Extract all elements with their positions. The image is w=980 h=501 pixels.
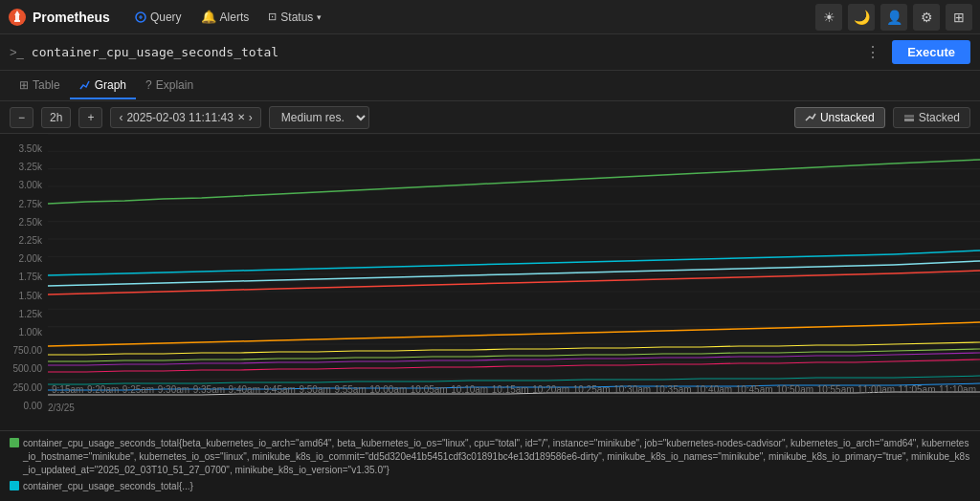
x-label-1020: 10:20am bbox=[532, 384, 569, 395]
x-label-945: 9:45am bbox=[264, 384, 296, 395]
panel-icon: ⊞ bbox=[953, 10, 965, 25]
legend-color-1 bbox=[10, 481, 19, 490]
y-label-3250: 3.25k bbox=[19, 162, 42, 172]
stack-controls: Unstacked Stacked bbox=[794, 107, 970, 128]
y-label-2750: 2.75k bbox=[19, 199, 42, 209]
dark-mode-icon-button[interactable]: 🌙 bbox=[848, 4, 875, 31]
logo: Prometheus bbox=[8, 8, 110, 27]
chart-container: 3.50k 3.25k 3.00k 2.75k 2.50k 2.25k 2.00… bbox=[0, 134, 980, 430]
y-label-3000: 3.00k bbox=[19, 180, 42, 190]
minus-button[interactable]: − bbox=[10, 107, 33, 128]
x-label-935: 9:35am bbox=[193, 384, 225, 395]
settings-icon-button[interactable]: ⚙ bbox=[913, 4, 940, 31]
x-label-1030: 10:30am bbox=[613, 384, 651, 395]
status-icon: ⊡ bbox=[268, 11, 277, 23]
prometheus-logo-icon bbox=[8, 8, 27, 27]
svg-rect-1 bbox=[15, 14, 19, 21]
series-lightblue bbox=[48, 261, 980, 286]
query-nav-icon bbox=[135, 11, 146, 23]
x-label-1055: 10:55am bbox=[817, 384, 855, 395]
query-bar: >_ ⋮ Execute bbox=[0, 34, 980, 71]
legend-item-1[interactable]: container_cpu_usage_seconds_total{...} bbox=[10, 480, 970, 493]
query-prompt: >_ bbox=[10, 45, 24, 59]
x-label-950: 9:50am bbox=[299, 384, 330, 395]
series-purple bbox=[48, 353, 980, 365]
x-label-1110: 11:10am bbox=[939, 384, 976, 395]
series-cyan bbox=[48, 250, 980, 275]
y-label-750: 750.00 bbox=[12, 345, 42, 356]
stacked-button[interactable]: Stacked bbox=[893, 107, 970, 128]
x-label-1105: 11:05am bbox=[899, 384, 936, 395]
legend: container_cpu_usage_seconds_total{beta_k… bbox=[0, 430, 980, 501]
header: Prometheus Query 🔔 Alerts ⊡ Status ▾ ☀ 🌙… bbox=[0, 0, 980, 34]
x-label-1025: 10:25am bbox=[573, 384, 611, 395]
close-time-icon[interactable]: ✕ bbox=[237, 112, 245, 122]
duration-button[interactable]: 2h bbox=[41, 107, 71, 128]
panel-icon-button[interactable]: ⊞ bbox=[946, 4, 972, 31]
x-label-915: 9:15am bbox=[52, 384, 83, 395]
graph-tab-icon bbox=[79, 79, 91, 91]
tab-explain[interactable]: ? Explain bbox=[136, 73, 203, 99]
x-label-940: 9:40am bbox=[229, 384, 260, 395]
user-icon-button[interactable]: 👤 bbox=[880, 4, 907, 31]
prev-time-icon[interactable]: ‹ bbox=[119, 111, 122, 124]
svg-rect-5 bbox=[904, 115, 914, 118]
app-title: Prometheus bbox=[33, 10, 110, 25]
explain-tab-icon: ? bbox=[145, 78, 152, 92]
x-axis-labels: 9:15am 9:20am 9:25am 9:30am 9:35am 9:40a… bbox=[48, 379, 980, 400]
x-label-1015: 10:15am bbox=[492, 384, 529, 395]
resolution-select[interactable]: Medium res. bbox=[269, 106, 369, 129]
header-right: ☀ 🌙 👤 ⚙ ⊞ bbox=[815, 4, 972, 31]
query-nav-button[interactable]: Query bbox=[125, 7, 191, 28]
legend-text-1: container_cpu_usage_seconds_total{...} bbox=[23, 480, 193, 493]
x-date-label: 2/3/25 bbox=[48, 403, 75, 413]
tab-table[interactable]: ⊞ Table bbox=[10, 73, 70, 99]
table-tab-icon: ⊞ bbox=[19, 78, 29, 92]
x-label-1000: 10:00am bbox=[369, 384, 407, 395]
y-label-2000: 2.00k bbox=[19, 253, 42, 264]
y-label-1000: 1.00k bbox=[19, 327, 42, 338]
series-orange bbox=[48, 322, 980, 346]
controls-bar: − 2h + ‹ 2025-02-03 11:11:43 ✕ › Medium … bbox=[0, 101, 980, 134]
moon-icon: 🌙 bbox=[854, 10, 870, 25]
y-label-500: 500.00 bbox=[12, 363, 42, 374]
plus-button[interactable]: + bbox=[78, 107, 102, 128]
y-label-1750: 1.75k bbox=[19, 272, 42, 282]
x-label-1045: 10:45am bbox=[736, 384, 773, 395]
tabs: ⊞ Table Graph ? Explain bbox=[0, 71, 980, 101]
x-label-1050: 10:50am bbox=[776, 384, 813, 395]
svg-rect-4 bbox=[904, 119, 914, 121]
legend-text-0: container_cpu_usage_seconds_total{beta_k… bbox=[23, 437, 970, 477]
x-label-1100: 11:00am bbox=[858, 384, 895, 395]
chart-svg bbox=[48, 134, 980, 397]
series-pink bbox=[48, 359, 980, 372]
x-label-1005: 10:05am bbox=[411, 384, 448, 395]
x-label-925: 9:25am bbox=[122, 384, 154, 395]
alerts-nav-button[interactable]: 🔔 Alerts bbox=[191, 6, 259, 28]
stacked-icon bbox=[903, 112, 915, 123]
y-label-2500: 2.50k bbox=[19, 217, 42, 228]
time-range-display: ‹ 2025-02-03 11:11:43 ✕ › bbox=[110, 107, 260, 128]
y-label-0: 0.00 bbox=[24, 401, 42, 411]
y-label-3500: 3.50k bbox=[19, 143, 42, 154]
query-menu-icon[interactable]: ⋮ bbox=[861, 43, 884, 61]
svg-rect-2 bbox=[14, 20, 20, 22]
y-axis-labels: 3.50k 3.25k 3.00k 2.75k 2.50k 2.25k 2.00… bbox=[0, 143, 46, 411]
execute-button[interactable]: Execute bbox=[892, 40, 970, 64]
tab-graph[interactable]: Graph bbox=[70, 73, 136, 99]
status-nav-button[interactable]: ⊡ Status ▾ bbox=[258, 7, 331, 28]
next-time-icon[interactable]: › bbox=[249, 111, 253, 124]
x-label-930: 9:30am bbox=[158, 384, 189, 395]
theme-icon-button[interactable]: ☀ bbox=[815, 4, 842, 31]
x-label-920: 9:20am bbox=[87, 384, 119, 395]
chevron-down-icon: ▾ bbox=[317, 12, 322, 22]
legend-item-0[interactable]: container_cpu_usage_seconds_total{beta_k… bbox=[10, 437, 970, 477]
unstacked-button[interactable]: Unstacked bbox=[794, 107, 885, 128]
y-label-1250: 1.25k bbox=[19, 309, 42, 319]
query-input[interactable] bbox=[32, 45, 854, 59]
x-label-1010: 10:10am bbox=[451, 384, 488, 395]
legend-color-0 bbox=[10, 438, 19, 447]
x-label-1040: 10:40am bbox=[695, 384, 732, 395]
bell-icon: 🔔 bbox=[201, 10, 216, 24]
sun-icon: ☀ bbox=[823, 10, 835, 25]
